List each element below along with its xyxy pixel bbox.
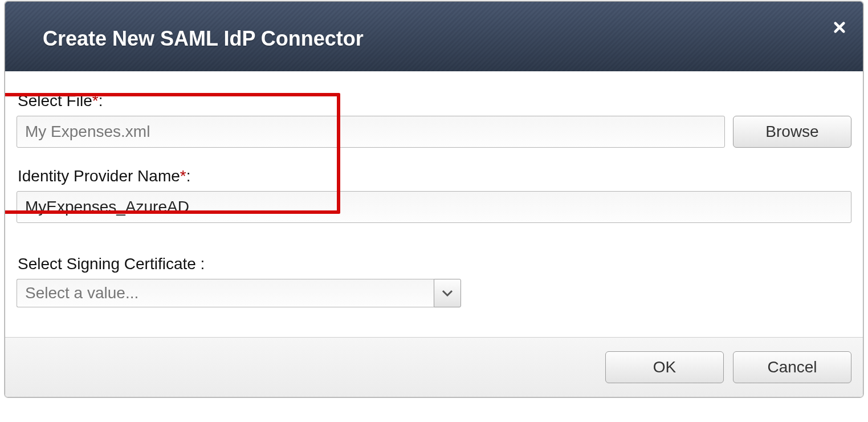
- signing-cert-label: Select Signing Certificate :: [18, 255, 851, 273]
- dialog-title: Create New SAML IdP Connector: [43, 27, 847, 51]
- ok-button[interactable]: OK: [605, 351, 724, 383]
- close-button[interactable]: [830, 18, 849, 37]
- select-file-row: Browse: [17, 116, 851, 148]
- dialog-body: Select File*: Browse Identity Provider N…: [5, 71, 863, 337]
- idp-name-label: Identity Provider Name*:: [18, 167, 851, 185]
- signing-cert-dropdown-button[interactable]: [434, 279, 461, 307]
- close-icon: [833, 21, 846, 34]
- select-file-input[interactable]: [17, 116, 725, 148]
- signing-cert-value: Select a value...: [17, 279, 434, 307]
- dialog-header: Create New SAML IdP Connector: [5, 2, 863, 71]
- signing-cert-select[interactable]: Select a value...: [17, 279, 461, 307]
- browse-button[interactable]: Browse: [733, 116, 851, 148]
- chevron-down-icon: [442, 289, 453, 298]
- dialog-window: Create New SAML IdP Connector Select Fil…: [5, 1, 863, 397]
- select-file-label: Select File*:: [18, 92, 851, 110]
- dialog-footer: OK Cancel: [5, 337, 863, 397]
- cancel-button[interactable]: Cancel: [733, 351, 851, 383]
- idp-name-input[interactable]: [17, 191, 851, 223]
